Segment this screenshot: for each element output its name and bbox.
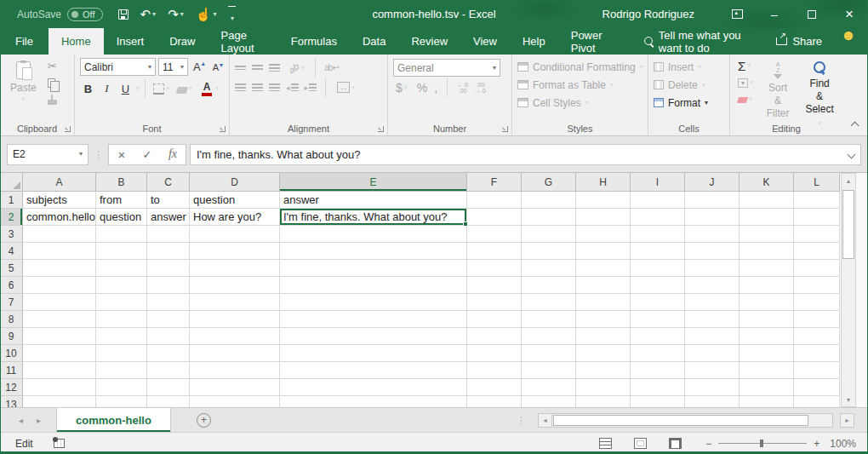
column-header-B[interactable]: B: [96, 173, 147, 192]
borders-button[interactable]: ▾: [151, 80, 172, 97]
cell-K9[interactable]: [740, 328, 794, 345]
cell-G7[interactable]: [522, 294, 576, 311]
cell-L9[interactable]: [794, 328, 840, 345]
insert-cells-button[interactable]: Insert ▾: [654, 58, 726, 76]
undo-dropdown-caret[interactable]: ▾: [152, 11, 156, 18]
cell-G3[interactable]: [522, 226, 576, 243]
cell-J9[interactable]: [685, 328, 740, 345]
column-header-K[interactable]: K: [740, 173, 794, 192]
horizontal-scrollbar-thumb[interactable]: [553, 415, 808, 426]
clear-button[interactable]: ▾: [735, 92, 756, 107]
column-header-J[interactable]: J: [685, 173, 740, 192]
cell-F11[interactable]: [467, 362, 522, 379]
cell-J6[interactable]: [685, 277, 740, 294]
cell-D10[interactable]: [190, 345, 280, 362]
cell-F6[interactable]: [467, 277, 522, 294]
cell-I11[interactable]: [631, 362, 685, 379]
cell-E6[interactable]: [280, 277, 467, 294]
column-header-I[interactable]: I: [631, 173, 685, 192]
vertical-scrollbar-thumb[interactable]: [842, 190, 854, 259]
cell-G1[interactable]: [522, 192, 576, 209]
cell-K12[interactable]: [740, 379, 794, 396]
wrap-text-button[interactable]: ab↩: [324, 63, 339, 72]
accounting-format-button[interactable]: $▾: [393, 79, 410, 96]
cell-H4[interactable]: [576, 243, 631, 260]
column-header-F[interactable]: F: [467, 173, 522, 192]
insert-function-button[interactable]: fx: [160, 147, 186, 161]
cell-A10[interactable]: [23, 345, 96, 362]
cell-J3[interactable]: [685, 226, 740, 243]
format-painter-button[interactable]: [45, 92, 63, 107]
column-header-D[interactable]: D: [190, 173, 280, 192]
cell-I10[interactable]: [631, 345, 685, 362]
column-header-A[interactable]: A: [23, 173, 96, 192]
cell-D8[interactable]: [190, 311, 280, 328]
enter-button[interactable]: ✓: [134, 148, 160, 161]
cell-G6[interactable]: [522, 277, 576, 294]
cell-L6[interactable]: [794, 277, 840, 294]
format-as-table-button[interactable]: Format as Table ▾: [517, 76, 644, 94]
cell-I6[interactable]: [631, 277, 685, 294]
sheet-tab-common-hello[interactable]: common-hello: [56, 408, 171, 432]
cell-E11[interactable]: [280, 362, 467, 379]
cell-F3[interactable]: [467, 226, 522, 243]
cell-K5[interactable]: [740, 260, 794, 277]
cell-F12[interactable]: [467, 379, 522, 396]
cell-C12[interactable]: [147, 379, 190, 396]
cell-I3[interactable]: [631, 226, 685, 243]
cell-C4[interactable]: [147, 243, 190, 260]
cell-E5[interactable]: [280, 260, 467, 277]
column-header-G[interactable]: G: [522, 173, 576, 192]
tab-review[interactable]: Review: [398, 28, 460, 55]
cell-J1[interactable]: [685, 192, 740, 209]
cell-D13[interactable]: [190, 396, 280, 407]
minimize-button[interactable]: –: [756, 0, 793, 28]
clipboard-dialog-launcher[interactable]: [65, 126, 71, 132]
cell-E4[interactable]: [280, 243, 467, 260]
touch-mouse-mode-button[interactable]: ☝▾: [196, 7, 217, 22]
cell-L4[interactable]: [794, 243, 840, 260]
zoom-slider-thumb[interactable]: [760, 440, 763, 447]
row-header-6[interactable]: 6: [0, 277, 23, 294]
cell-F9[interactable]: [467, 328, 522, 345]
formula-input[interactable]: I'm fine, thanks. What about you?: [190, 144, 861, 165]
cell-J13[interactable]: [685, 396, 740, 407]
cell-G2[interactable]: [522, 209, 576, 226]
cell-J8[interactable]: [685, 311, 740, 328]
tab-file[interactable]: File: [0, 28, 49, 55]
cell-K2[interactable]: [740, 209, 794, 226]
cell-E9[interactable]: [280, 328, 467, 345]
cell-C8[interactable]: [147, 311, 190, 328]
row-header-13[interactable]: 13: [0, 396, 23, 407]
redo-button[interactable]: ↷▾: [168, 7, 184, 22]
cell-A4[interactable]: [23, 243, 96, 260]
cell-C9[interactable]: [147, 328, 190, 345]
row-header-9[interactable]: 9: [0, 328, 23, 345]
cell-F4[interactable]: [467, 243, 522, 260]
cell-E7[interactable]: [280, 294, 467, 311]
column-header-C[interactable]: C: [147, 173, 190, 192]
row-header-7[interactable]: 7: [0, 294, 23, 311]
cell-I13[interactable]: [631, 396, 685, 407]
tab-page-layout[interactable]: Page Layout: [208, 28, 278, 55]
zoom-in-button[interactable]: +: [814, 438, 819, 450]
cell-C2[interactable]: answer: [147, 209, 190, 226]
cell-C5[interactable]: [147, 260, 190, 277]
cell-G13[interactable]: [522, 396, 576, 407]
cell-B5[interactable]: [96, 260, 147, 277]
align-right-button[interactable]: [269, 83, 280, 91]
cell-D11[interactable]: [190, 362, 280, 379]
row-header-5[interactable]: 5: [0, 260, 23, 277]
cell-F13[interactable]: [467, 396, 522, 407]
cell-styles-button[interactable]: Cell Styles ▾: [517, 94, 644, 112]
cell-K13[interactable]: [740, 396, 794, 407]
cell-C7[interactable]: [147, 294, 190, 311]
orientation-button[interactable]: ab▾: [286, 60, 306, 77]
cell-H1[interactable]: [576, 192, 631, 209]
cell-L13[interactable]: [794, 396, 840, 407]
cell-K8[interactable]: [740, 311, 794, 328]
horizontal-scrollbar[interactable]: ⋮ ◂ ▸: [511, 413, 854, 428]
cell-A12[interactable]: [23, 379, 96, 396]
cell-H13[interactable]: [576, 396, 631, 407]
cell-C11[interactable]: [147, 362, 190, 379]
